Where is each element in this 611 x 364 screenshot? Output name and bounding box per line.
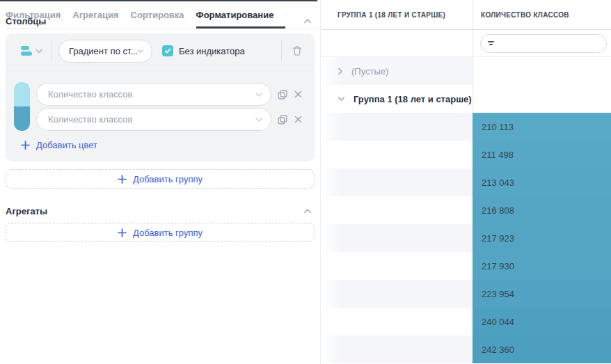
- tab-aggregation[interactable]: Агрегация: [72, 1, 130, 29]
- color-stop-field-2[interactable]: [36, 108, 271, 131]
- tab-sorting[interactable]: Сортировка: [131, 1, 196, 29]
- add-color-button[interactable]: Добавить цвет: [21, 138, 97, 152]
- group-cell: [321, 196, 473, 224]
- tabs-bar: Фильтрация Агрегация Сортировка Форматир…: [6, 1, 317, 29]
- app: Фильтрация Агрегация Сортировка Форматир…: [0, 0, 611, 364]
- table-data-row: 240 044: [321, 308, 611, 335]
- table-body: (Пустые)Группа 1 (18 лет и старше)210 11…: [321, 57, 611, 363]
- table-data-row: 223 954: [321, 280, 611, 308]
- group-cell: [321, 252, 473, 280]
- aggregates-section-title: Агрегаты: [6, 206, 47, 216]
- chevron-down-icon[interactable]: [255, 92, 262, 97]
- format-settings-panel: Фильтрация Агрегация Сортировка Форматир…: [0, 0, 317, 364]
- close-icon: [294, 90, 302, 98]
- collapse-aggregates-icon[interactable]: [303, 208, 312, 214]
- add-aggregate-group-button[interactable]: Добавить группу: [6, 223, 315, 242]
- gradient-type-select[interactable]: Градиент по ст...: [58, 40, 152, 63]
- group-cell: Группа 1 (18 лет и старше): [321, 85, 473, 113]
- count-cell: 216 808: [473, 196, 611, 224]
- data-table: ГРУППА 1 (18 ЛЕТ И СТАРШЕ) КОЛИЧЕСТВО КЛ…: [321, 0, 611, 364]
- plus-icon: [118, 175, 127, 184]
- group-cell: [321, 141, 473, 168]
- count-cell: 242 360: [473, 335, 611, 363]
- table-data-row: 217 923: [321, 224, 611, 252]
- plus-icon: [21, 141, 30, 150]
- divider: [6, 65, 315, 65]
- group-cell: [321, 335, 473, 363]
- checkbox-checked-icon: [162, 45, 173, 56]
- color-bars-icon: [21, 46, 32, 56]
- color-stop-row: [36, 108, 305, 131]
- count-cell-empty: [473, 85, 611, 113]
- count-cell: 217 930: [473, 252, 611, 280]
- copy-icon: [277, 114, 288, 125]
- add-column-group-button[interactable]: Добавить группу: [6, 169, 315, 189]
- column-header-count[interactable]: КОЛИЧЕСТВО КЛАССОВ: [473, 0, 611, 29]
- aggregates-section-header: Агрегаты: [6, 204, 312, 218]
- table-data-row: 213 043: [321, 168, 611, 196]
- chevron-down-icon: [138, 49, 143, 54]
- no-indicator-label: Без индикатора: [179, 46, 245, 56]
- tab-formatting[interactable]: Форматирование: [196, 1, 286, 29]
- tree-node-label: (Пустые): [351, 66, 388, 77]
- remove-color-button[interactable]: [294, 90, 302, 98]
- filter-icon: [488, 41, 494, 45]
- copy-icon: [277, 89, 288, 100]
- column-header-group[interactable]: ГРУППА 1 (18 ЛЕТ И СТАРШЕ): [321, 0, 473, 29]
- duplicate-color-button[interactable]: [277, 114, 288, 125]
- count-cell-empty: [473, 57, 611, 85]
- column-filter-input[interactable]: [480, 34, 607, 53]
- count-cell: 210 113: [473, 113, 611, 141]
- group-cell: (Пустые): [321, 57, 473, 85]
- add-color-label: Добавить цвет: [36, 140, 97, 150]
- count-cell: 240 044: [473, 308, 611, 335]
- count-cell: 213 043: [473, 168, 611, 196]
- table-data-row: 211 498: [321, 141, 611, 168]
- add-group-label: Добавить группу: [133, 174, 203, 184]
- group-cell: [321, 113, 473, 141]
- tab-filtration[interactable]: Фильтрация: [6, 1, 72, 29]
- collapse-node-icon[interactable]: [338, 96, 345, 102]
- group-cell: [321, 224, 473, 252]
- divider: [281, 40, 282, 61]
- count-cell: 223 954: [473, 280, 611, 308]
- gradient-controls-row: Градиент по ст... Без индикатора: [21, 39, 303, 63]
- tree-group-row[interactable]: (Пустые): [321, 57, 611, 85]
- gradient-color-swatch-light[interactable]: [14, 82, 30, 106]
- group-cell: [321, 168, 473, 196]
- filter-cell-empty: [321, 30, 473, 56]
- tree-node-label: Группа 1 (18 лет и старше): [354, 94, 472, 104]
- table-filter-row: [321, 30, 611, 57]
- gradient-swatches: [14, 82, 30, 131]
- table-data-row: 216 808: [321, 196, 611, 224]
- expand-node-icon[interactable]: [338, 68, 343, 75]
- count-cell: 217 923: [473, 224, 611, 252]
- group-cell: [321, 308, 473, 335]
- add-group-label: Добавить группу: [133, 228, 203, 238]
- tree-group-row[interactable]: Группа 1 (18 лет и старше): [321, 85, 611, 113]
- filter-cell: [473, 30, 611, 56]
- close-icon: [294, 116, 302, 123]
- chevron-down-icon[interactable]: [255, 117, 262, 122]
- no-indicator-checkbox[interactable]: Без индикатора: [162, 45, 245, 56]
- delete-group-button[interactable]: [291, 45, 303, 57]
- table-header-row: ГРУППА 1 (18 ЛЕТ И СТАРШЕ) КОЛИЧЕСТВО КЛ…: [321, 0, 611, 30]
- remove-color-button[interactable]: [294, 116, 302, 123]
- table-data-row: 242 360: [321, 335, 611, 363]
- divider: [51, 40, 52, 61]
- duplicate-color-button[interactable]: [277, 89, 288, 100]
- color-stop-field-1[interactable]: [36, 83, 271, 106]
- table-data-row: 217 930: [321, 252, 611, 280]
- trash-icon: [291, 45, 303, 57]
- table-data-row: 210 113: [321, 113, 611, 141]
- count-cell: 211 498: [473, 141, 611, 168]
- gradient-color-swatch-dark[interactable]: [14, 106, 30, 131]
- color-stop-row: [36, 83, 305, 106]
- plus-icon: [118, 228, 127, 237]
- gradient-type-value: Градиент по ст...: [69, 46, 138, 56]
- gradient-group-card: Градиент по ст... Без индикатора: [6, 33, 315, 161]
- group-cell: [321, 280, 473, 308]
- color-kind-dropdown[interactable]: [35, 49, 42, 54]
